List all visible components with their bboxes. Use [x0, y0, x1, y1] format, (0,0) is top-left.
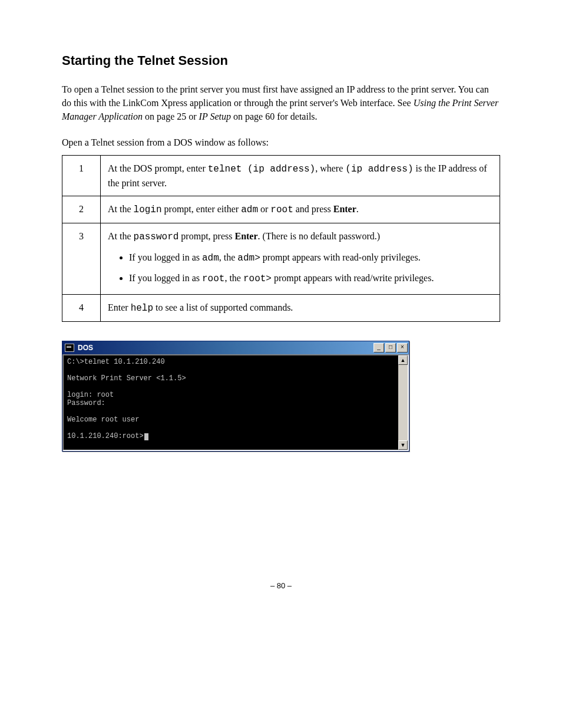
window-titlebar[interactable]: DOS _ □ × — [62, 341, 409, 354]
table-row: 2 At the login prompt, enter either adm … — [62, 196, 500, 223]
document-page: Starting the Telnet Session To open a Te… — [0, 0, 562, 614]
step-content: At the password prompt, press Enter. (Th… — [101, 223, 500, 294]
table-row: 4 Enter help to see a list of supported … — [62, 294, 500, 321]
step-number: 1 — [62, 155, 101, 196]
scroll-down-button[interactable]: ▼ — [398, 440, 408, 450]
window-title: DOS — [78, 344, 372, 352]
table-row: 1 At the DOS prompt, enter telnet (ip ad… — [62, 155, 500, 196]
console-line: 10.1.210.240:root> — [67, 432, 144, 440]
vertical-scrollbar[interactable]: ▲ ▼ — [398, 355, 408, 450]
maximize-button[interactable]: □ — [385, 343, 396, 353]
list-item: If you logged in as adm, the adm> prompt… — [129, 251, 492, 265]
intro-paragraph: To open a Telnet session to the print se… — [62, 83, 500, 124]
cmd-icon — [65, 344, 74, 352]
scrollbar-track[interactable] — [398, 365, 408, 440]
close-button[interactable]: × — [397, 343, 408, 353]
step-content: At the DOS prompt, enter telnet (ip addr… — [101, 155, 500, 196]
scroll-up-button[interactable]: ▲ — [398, 355, 408, 365]
step-number: 4 — [62, 294, 101, 321]
section-heading: Starting the Telnet Session — [62, 53, 500, 68]
steps-intro: Open a Telnet session from a DOS window … — [62, 136, 500, 149]
text-cursor — [144, 433, 148, 440]
console-line: Welcome root user — [67, 416, 139, 424]
list-item: If you logged in as root, the root> prom… — [129, 271, 492, 286]
console-line: Password: — [67, 399, 105, 407]
step-content: At the login prompt, enter either adm or… — [101, 196, 500, 223]
console-line: login: root — [67, 391, 114, 399]
step-number: 3 — [62, 223, 101, 294]
step-bullet-list: If you logged in as adm, the adm> prompt… — [108, 251, 492, 286]
dos-window: DOS _ □ × C:\>telnet 10.1.210.240 Networ… — [62, 341, 409, 452]
console-frame: C:\>telnet 10.1.210.240 Network Print Se… — [62, 354, 409, 451]
console-output[interactable]: C:\>telnet 10.1.210.240 Network Print Se… — [64, 355, 398, 450]
minimize-button[interactable]: _ — [373, 343, 384, 353]
step-number: 2 — [62, 196, 101, 223]
console-line: C:\>telnet 10.1.210.240 — [67, 358, 165, 366]
page-number: – 80 – — [62, 581, 500, 590]
steps-table: 1 At the DOS prompt, enter telnet (ip ad… — [62, 155, 500, 322]
console-line: Network Print Server <1.1.5> — [67, 374, 186, 383]
table-row: 3 At the password prompt, press Enter. (… — [62, 223, 500, 294]
step-content: Enter help to see a list of supported co… — [101, 294, 500, 321]
